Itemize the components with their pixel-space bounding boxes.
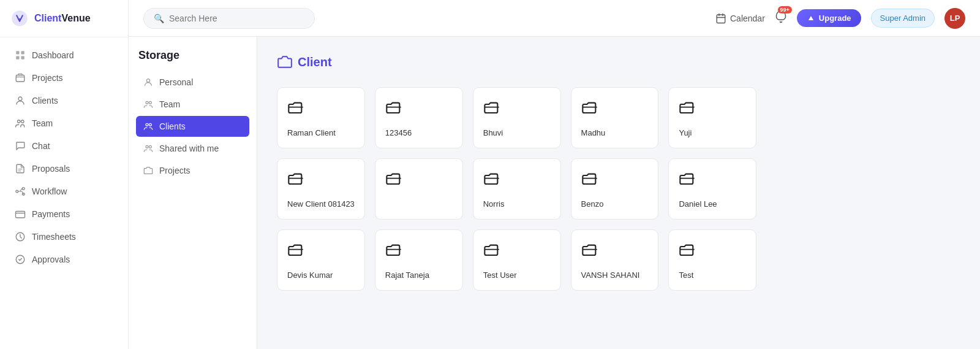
folder-icon (483, 242, 500, 259)
folder-card[interactable]: New Client 081423 (277, 158, 365, 220)
shared-icon (143, 144, 153, 153)
upgrade-button[interactable]: Upgrade (797, 9, 861, 27)
chat-icon (15, 140, 26, 151)
svg-point-21 (146, 145, 148, 148)
folder-card-icon (385, 242, 453, 263)
folder-card-icon (483, 242, 551, 263)
folder-card-icon (581, 171, 649, 192)
sidebar-item-workflow[interactable]: Workflow (5, 180, 123, 202)
person-icon (143, 77, 153, 87)
folder-card-name: Norris (483, 199, 551, 209)
folder-card-name: Benzo (581, 199, 649, 209)
svg-point-6 (18, 97, 22, 101)
folder-card[interactable]: Raman Client (277, 87, 365, 148)
team-icon (15, 118, 26, 129)
sidebar: ClientVenue Dashboard Projects Clients T… (0, 0, 129, 349)
folder-icon (287, 100, 304, 117)
sidebar-item-team[interactable]: Team (5, 112, 123, 134)
folder-grid: Raman Client 123456 Bhuvi Madhu Yuji New… (277, 87, 756, 291)
topbar: 🔍 Calendar 99+ Upgrade Super Admin (129, 0, 980, 37)
folder-breadcrumb-icon (277, 54, 293, 70)
folder-icon (385, 242, 402, 259)
folder-card-icon (483, 171, 551, 192)
search-box[interactable]: 🔍 (143, 8, 315, 29)
folder-card-icon (679, 100, 746, 121)
folder-card[interactable]: Norris (473, 158, 561, 220)
svg-point-16 (146, 79, 149, 82)
svg-rect-12 (16, 212, 25, 218)
sidebar-item-timesheets[interactable]: Timesheets (5, 226, 123, 248)
folder-icon (581, 100, 598, 117)
folder-card-name: Daniel Lee (679, 199, 746, 209)
folder-icon (679, 171, 696, 188)
super-admin-button[interactable]: Super Admin (871, 9, 935, 28)
folder-icon (581, 242, 598, 259)
svg-point-18 (149, 101, 151, 104)
folder-card[interactable]: Test User (473, 229, 561, 291)
sidebar-item-chat[interactable]: Chat (5, 135, 123, 157)
main-content: Client Raman Client 123456 Bhuvi Madhu (257, 37, 776, 349)
sidebar-item-dashboard[interactable]: Dashboard (5, 44, 123, 66)
folder-card[interactable]: VANSH SAHANI (571, 229, 659, 291)
storage-list: Personal Team Clients Shared with me (136, 72, 249, 181)
svg-rect-15 (717, 15, 725, 23)
folder-card[interactable] (375, 158, 463, 220)
sidebar-item-approvals[interactable]: Approvals (5, 248, 123, 270)
folder-card-icon (287, 171, 355, 192)
notification-button[interactable]: 99+ (775, 11, 787, 26)
svg-point-10 (22, 188, 24, 190)
storage-item-clients[interactable]: Clients (136, 116, 249, 137)
folder-card[interactable]: Rajat Taneja (375, 229, 463, 291)
folder-card-name: Bhuvi (483, 128, 551, 137)
folder-card[interactable]: Madhu (571, 87, 659, 148)
folder-card[interactable]: Devis Kumar (277, 229, 365, 291)
sidebar-item-proposals[interactable]: Proposals (5, 158, 123, 180)
projects-storage-icon (143, 166, 153, 175)
folder-icon (679, 242, 696, 259)
folder-card[interactable]: Benzo (571, 158, 659, 220)
notification-badge: 99+ (778, 6, 792, 13)
clients-storage-icon (143, 121, 153, 131)
calendar-icon (715, 13, 726, 24)
avatar[interactable]: LP (944, 8, 965, 29)
folder-card-icon (385, 171, 453, 192)
folder-card[interactable]: 123456 (375, 87, 463, 148)
calendar-button[interactable]: Calendar (715, 13, 765, 24)
folder-card[interactable]: Bhuvi (473, 87, 561, 148)
storage-item-team[interactable]: Team (136, 94, 249, 115)
proposals-icon (15, 163, 26, 174)
svg-point-8 (21, 120, 24, 123)
approvals-icon (15, 254, 26, 265)
folder-card-name: New Client 081423 (287, 199, 355, 209)
folder-card-name: Test (679, 270, 746, 280)
search-input[interactable] (169, 13, 304, 23)
storage-title: Storage (136, 49, 249, 62)
svg-rect-5 (16, 75, 24, 82)
folder-icon (483, 171, 500, 188)
svg-point-0 (18, 18, 20, 20)
timesheets-icon (15, 231, 26, 242)
folder-card-name: VANSH SAHANI (581, 270, 649, 280)
storage-item-personal[interactable]: Personal (136, 72, 249, 93)
folder-icon (581, 171, 598, 188)
svg-rect-4 (21, 56, 24, 59)
breadcrumb: Client (277, 54, 756, 70)
svg-rect-1 (16, 51, 19, 54)
folder-card-icon (287, 242, 355, 263)
right-side: 🔍 Calendar 99+ Upgrade Super Admin (129, 0, 776, 349)
folder-card-name: Devis Kumar (287, 270, 355, 280)
folder-icon (287, 242, 304, 259)
sidebar-item-clients[interactable]: Clients (5, 90, 123, 112)
folder-card-icon (287, 100, 355, 121)
sidebar-item-projects[interactable]: Projects (5, 67, 123, 89)
folder-icon (287, 171, 304, 188)
projects-icon (15, 72, 26, 83)
folder-card[interactable]: Test (668, 229, 756, 291)
storage-item-shared[interactable]: Shared with me (136, 138, 249, 159)
logo-icon (10, 9, 29, 28)
storage-item-projects[interactable]: Projects (136, 160, 249, 181)
folder-card[interactable]: Yuji (668, 87, 756, 148)
folder-card-icon (385, 100, 453, 121)
sidebar-item-payments[interactable]: Payments (5, 203, 123, 225)
folder-card[interactable]: Daniel Lee (668, 158, 756, 220)
